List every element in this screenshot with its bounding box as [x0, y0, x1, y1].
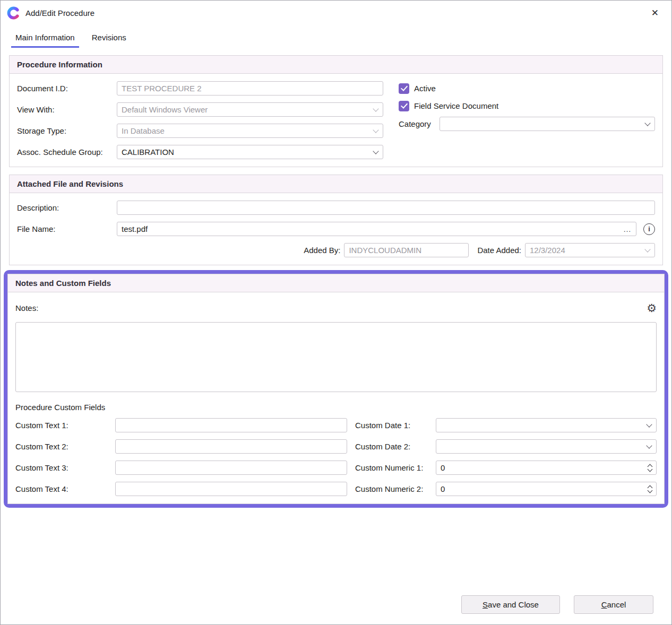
custom-numeric-1-spinner — [644, 465, 656, 471]
custom-text-4-field[interactable] — [115, 482, 347, 496]
custom-text-2-input[interactable] — [116, 442, 347, 451]
window-title: Add/Edit Procedure — [25, 8, 94, 18]
date-added-label: Date Added: — [477, 246, 521, 255]
procedure-information-header: Procedure Information — [10, 56, 662, 74]
custom-text-4-input[interactable] — [116, 484, 347, 493]
notes-custom-fields-section: Notes and Custom Fields Notes: ⚙ Procedu… — [7, 274, 665, 504]
save-and-close-button[interactable]: Save and Close — [461, 595, 560, 614]
cancel-button[interactable]: Cancel — [574, 595, 653, 614]
description-field[interactable] — [117, 201, 655, 215]
added-by-field[interactable] — [344, 243, 469, 257]
custom-numeric-2-input[interactable] — [436, 484, 644, 493]
custom-date-2-label: Custom Date 2: — [355, 442, 436, 451]
date-added-dropdown[interactable]: 12/3/2024 — [525, 243, 655, 257]
field-service-document-label: Field Service Document — [414, 101, 498, 110]
assoc-schedule-group-value: CALIBRATION — [122, 147, 374, 157]
highlight-annotation-box: Notes and Custom Fields Notes: ⚙ Procedu… — [4, 270, 668, 508]
chevron-down-icon — [644, 120, 650, 126]
assoc-schedule-group-label: Assoc. Schedule Group: — [17, 147, 117, 157]
custom-text-1-input[interactable] — [116, 421, 347, 430]
active-checkbox[interactable] — [399, 83, 409, 94]
storage-type-dropdown[interactable]: In Database — [117, 124, 383, 138]
category-dropdown[interactable] — [440, 117, 655, 131]
browse-file-button[interactable]: … — [619, 224, 636, 233]
document-id-label: Document I.D: — [17, 84, 117, 93]
file-name-input[interactable] — [117, 224, 619, 233]
chevron-down-icon — [373, 148, 378, 154]
custom-text-3-input[interactable] — [116, 463, 347, 472]
notes-textarea[interactable] — [15, 322, 657, 392]
tab-bar: Main Information Revisions — [1, 29, 671, 48]
file-name-label: File Name: — [17, 224, 117, 233]
description-input[interactable] — [117, 203, 654, 212]
custom-date-1-label: Custom Date 1: — [355, 421, 436, 430]
notes-label: Notes: — [15, 303, 115, 312]
active-label: Active — [414, 84, 436, 93]
procedure-custom-fields-title: Procedure Custom Fields — [15, 403, 657, 412]
attached-file-section: Attached File and Revisions Description:… — [9, 175, 663, 265]
add-edit-procedure-dialog: Add/Edit Procedure ✕ Main Information Re… — [0, 0, 672, 625]
custom-numeric-2-field[interactable] — [436, 482, 657, 496]
notes-custom-fields-header: Notes and Custom Fields — [8, 274, 664, 292]
view-with-value: Default Windows Viewer — [122, 105, 374, 114]
custom-text-1-label: Custom Text 1: — [15, 421, 115, 430]
chevron-down-icon — [373, 127, 378, 133]
added-by-label: Added By: — [304, 246, 340, 255]
close-icon[interactable]: ✕ — [647, 6, 663, 20]
field-service-document-checkbox[interactable] — [399, 101, 409, 111]
active-checkbox-row: Active — [399, 81, 655, 96]
view-with-label: View With: — [17, 105, 117, 114]
app-logo-icon — [7, 6, 20, 20]
custom-text-2-field[interactable] — [115, 439, 347, 454]
chevron-down-icon — [646, 442, 652, 448]
category-label: Category — [399, 119, 440, 128]
description-label: Description: — [17, 203, 117, 212]
added-by-input[interactable] — [344, 246, 468, 255]
info-icon[interactable]: i — [643, 223, 655, 235]
custom-date-2-dropdown[interactable] — [436, 439, 657, 454]
tab-main-information[interactable]: Main Information — [11, 29, 79, 48]
custom-text-3-field[interactable] — [115, 461, 347, 475]
custom-date-1-dropdown[interactable] — [436, 418, 657, 432]
field-service-checkbox-row: Field Service Document — [399, 99, 655, 113]
custom-numeric-2-spinner — [644, 486, 656, 492]
custom-text-1-field[interactable] — [115, 418, 347, 432]
custom-numeric-1-field[interactable] — [436, 461, 657, 475]
footer-button-bar: Save and Close Cancel — [461, 595, 653, 614]
custom-numeric-2-label: Custom Numeric 2: — [355, 484, 436, 493]
custom-numeric-1-input[interactable] — [436, 463, 644, 472]
document-id-field[interactable] — [117, 81, 383, 96]
storage-type-label: Storage Type: — [17, 126, 117, 135]
custom-text-3-label: Custom Text 3: — [15, 463, 115, 472]
date-added-value: 12/3/2024 — [530, 246, 645, 255]
custom-text-4-label: Custom Text 4: — [15, 484, 115, 493]
storage-type-value: In Database — [122, 126, 374, 135]
chevron-down-icon — [646, 421, 652, 427]
view-with-dropdown[interactable]: Default Windows Viewer — [117, 102, 383, 117]
assoc-schedule-group-dropdown[interactable]: CALIBRATION — [117, 145, 383, 159]
chevron-down-icon — [373, 106, 378, 111]
gear-icon[interactable]: ⚙ — [647, 302, 657, 314]
custom-text-2-label: Custom Text 2: — [15, 442, 115, 451]
file-name-field[interactable]: … — [117, 222, 636, 236]
procedure-information-section: Procedure Information Document I.D: View… — [9, 55, 663, 167]
title-bar: Add/Edit Procedure ✕ — [1, 1, 671, 25]
attached-file-header: Attached File and Revisions — [10, 175, 662, 193]
document-id-input[interactable] — [117, 84, 383, 93]
custom-numeric-1-label: Custom Numeric 1: — [355, 463, 436, 472]
tab-revisions[interactable]: Revisions — [88, 29, 131, 48]
chevron-down-icon — [644, 246, 650, 252]
